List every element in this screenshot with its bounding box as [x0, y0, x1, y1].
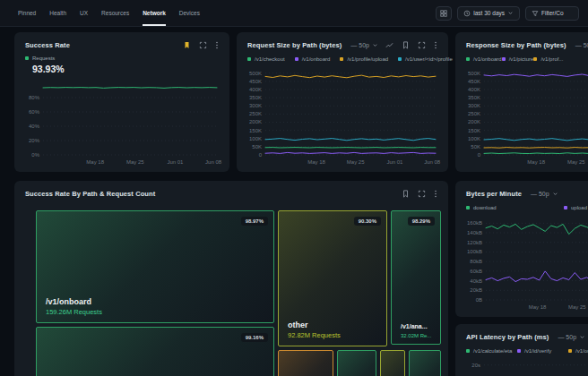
panel-title: API Latency by Path (ms)	[466, 333, 549, 341]
api-latency-chart[interactable]: 20s15s10s5s0sMay 18May 25Jun 01Jun 08	[461, 357, 588, 376]
treemap-block-v1-picture[interactable]: /v1/picture	[278, 350, 333, 376]
panel-request-size: Request Size by Path (bytes) — 50p /v1/c…	[237, 32, 448, 172]
legend-dot	[247, 57, 251, 61]
percentile-dropdown[interactable]: — 50p	[558, 334, 585, 340]
treemap-block-v1-notifi[interactable]: /v1/notifi...	[337, 350, 376, 376]
svg-text:350K: 350K	[468, 95, 480, 100]
legend-item[interactable]: /v1/onboard	[466, 56, 502, 62]
svg-text:0%: 0%	[31, 152, 39, 158]
svg-text:20kB: 20kB	[470, 287, 482, 293]
svg-text:450K: 450K	[468, 79, 480, 84]
svg-text:20s: 20s	[471, 363, 480, 368]
panel-bytes-per-minute: Bytes per Minute — 50p downloadupload 0B…	[455, 181, 588, 317]
request-size-chart[interactable]: 050K100K150K200K250K300K350K400K450K500K…	[242, 65, 441, 167]
svg-text:500K: 500K	[468, 71, 480, 76]
legend-label: /v1/id/verify	[524, 348, 551, 354]
trend-icon[interactable]	[385, 41, 393, 49]
line-chart-svg: 050K100K150K200K250K300K350K400K450K500K…	[461, 65, 588, 167]
svg-text:400K: 400K	[468, 87, 480, 92]
svg-text:450K: 450K	[249, 79, 262, 84]
treemap-block-small-1[interactable]	[380, 350, 405, 376]
treemap-block-v1-ana[interactable]: 98.29%/v1/ana...32.02M Re...	[391, 210, 441, 345]
legend-label: /v1/picture	[509, 56, 534, 62]
pin-icon[interactable]	[183, 41, 191, 49]
treemap-block-label: other	[288, 320, 308, 329]
response-size-chart[interactable]: 050K100K150K200K250K300K350K400K450K500K…	[461, 65, 588, 167]
tab-pinned[interactable]: Pinned	[18, 0, 36, 26]
treemap-block-v1-onboard[interactable]: 98.97%/v1/onboard159.26M Requests	[36, 210, 274, 323]
chevron-down-icon	[507, 10, 514, 16]
success-rate-badge: 98.29%	[408, 217, 435, 226]
panel-success-by-path: Success Rate By Path & Request Count 98.…	[14, 181, 448, 376]
legend-item[interactable]: /v1/profile/upload	[340, 56, 388, 62]
treemap-block-other[interactable]: 90.30%other92.82M Requests	[278, 210, 387, 346]
pin-icon[interactable]	[402, 41, 410, 49]
kebab-menu-icon[interactable]	[434, 41, 437, 49]
legend-item[interactable]: upload	[564, 205, 588, 210]
legend-item[interactable]: /v1/checkout	[247, 56, 285, 62]
percentile-dropdown[interactable]: — 50p	[575, 42, 588, 48]
svg-text:50K: 50K	[252, 144, 262, 150]
kebab-menu-icon[interactable]	[215, 41, 219, 49]
expand-icon[interactable]	[418, 190, 426, 198]
treemap-block-small-2[interactable]	[409, 350, 441, 376]
legend-dot	[25, 56, 29, 60]
grid-icon	[440, 10, 447, 17]
svg-text:250K: 250K	[468, 111, 480, 116]
percentile-dropdown[interactable]: — 50p	[531, 191, 558, 197]
legend-item[interactable]: /v1/user/<id>/profile	[398, 56, 453, 62]
legend-item[interactable]: /v1/onboard	[295, 56, 331, 62]
svg-text:120kB: 120kB	[467, 240, 482, 245]
filter-compare-button[interactable]: Filter/Co	[525, 6, 579, 21]
panel-response-size: Response Size by Path (bytes) — 50p /v1/…	[455, 32, 588, 172]
tab-health[interactable]: Health	[49, 0, 66, 26]
chevron-down-icon	[579, 334, 585, 340]
svg-text:May 25: May 25	[567, 159, 585, 165]
treemap-block-second-path[interactable]: 99.16%	[36, 327, 274, 376]
legend-label: upload	[571, 205, 587, 210]
tab-network[interactable]: Network	[143, 0, 166, 26]
svg-text:40kB: 40kB	[470, 278, 482, 284]
top-navigation: Pinned Health UX Resources Network Devic…	[0, 0, 588, 27]
expand-icon[interactable]	[199, 41, 207, 49]
legend-item[interactable]: /v1/prof...	[533, 56, 563, 62]
tab-ux[interactable]: UX	[80, 0, 88, 26]
svg-text:Jun 01: Jun 01	[386, 159, 403, 165]
legend: Requests	[14, 49, 229, 61]
grid-layout-button[interactable]	[436, 6, 452, 21]
kebab-menu-icon[interactable]	[434, 190, 437, 198]
svg-text:200K: 200K	[468, 119, 480, 124]
svg-text:Jun 08: Jun 08	[205, 159, 222, 165]
svg-text:160kB: 160kB	[467, 220, 482, 226]
svg-text:250K: 250K	[249, 111, 262, 116]
legend-item[interactable]: /v1/picture	[502, 56, 534, 62]
chevron-down-icon	[372, 42, 378, 48]
tab-devices[interactable]: Devices	[179, 0, 200, 26]
success-rate-chart[interactable]: 0%20%40%60%80%May 18May 25Jun 01Jun 08	[20, 78, 222, 167]
legend-item[interactable]: download	[466, 205, 564, 210]
svg-text:May 25: May 25	[347, 159, 365, 165]
pin-icon[interactable]	[402, 190, 410, 198]
svg-text:60%: 60%	[29, 109, 40, 115]
time-range-dropdown[interactable]: last 30 days	[457, 6, 520, 21]
legend-dot	[502, 57, 506, 61]
svg-text:100kB: 100kB	[467, 249, 482, 254]
svg-text:20%: 20%	[29, 138, 40, 143]
line-chart-svg: 050K100K150K200K250K300K350K400K450K500K…	[242, 65, 441, 167]
legend-dot	[466, 206, 470, 209]
svg-text:40%: 40%	[29, 124, 40, 129]
legend-item[interactable]: /v1/calculate/eta	[466, 348, 517, 354]
percentile-dropdown[interactable]: — 50p	[350, 42, 378, 48]
legend-item[interactable]: /v1/id/verify	[517, 348, 568, 354]
legend-item[interactable]: /v1/onbo...	[568, 348, 588, 354]
tab-resources[interactable]: Resources	[101, 0, 129, 26]
svg-text:200K: 200K	[249, 119, 262, 124]
treemap-block-label: /v1/onboard	[46, 297, 91, 306]
svg-text:400K: 400K	[249, 87, 262, 92]
bytes-per-minute-chart[interactable]: 0B20kB40kB60kB80kB100kB120kB140kB160kBMa…	[461, 214, 588, 312]
legend-label: /v1/checkout	[255, 56, 285, 62]
expand-icon[interactable]	[418, 41, 426, 49]
legend-dot	[564, 206, 567, 209]
success-rate-badge: 98.97%	[241, 217, 268, 226]
svg-text:May 18: May 18	[86, 159, 104, 165]
